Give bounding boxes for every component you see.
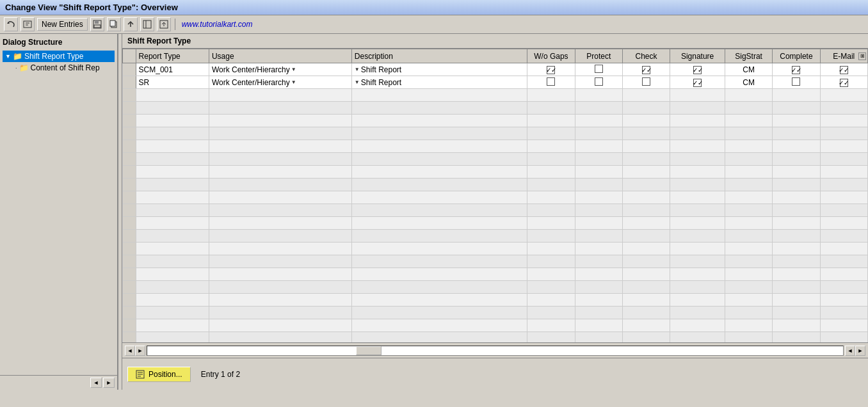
- protect-cell[interactable]: [575, 76, 622, 89]
- empty-cell: [670, 127, 725, 140]
- signature-checkbox[interactable]: ✓: [693, 66, 702, 74]
- empty-cell: [209, 153, 351, 166]
- toolbar-btn-save[interactable]: [90, 17, 104, 31]
- toolbar-btn-copy[interactable]: [107, 17, 121, 31]
- description-dropdown-arrow-icon[interactable]: ▼: [355, 67, 360, 72]
- email-checkbox[interactable]: ✓: [840, 79, 848, 87]
- folder-icon-content: 📁: [19, 63, 29, 72]
- empty-cell: [351, 127, 527, 140]
- wo-gaps-checkbox[interactable]: [547, 77, 555, 86]
- empty-cell: [820, 140, 867, 153]
- row-selector-cell[interactable]: [123, 76, 136, 89]
- usage-dropdown-arrow-icon[interactable]: ▼: [291, 79, 296, 85]
- check-checkbox[interactable]: ✓: [642, 66, 650, 74]
- table-row[interactable]: SRWork Center/Hierarchy▼▼Shift Report✓CM…: [123, 76, 868, 89]
- position-button[interactable]: Position...: [127, 367, 191, 382]
- empty-cell: [351, 319, 527, 332]
- empty-cell: [136, 255, 209, 268]
- empty-cell: [351, 243, 527, 255]
- wo-gaps-cell[interactable]: ✓: [527, 63, 575, 76]
- check-checkbox[interactable]: [642, 77, 650, 86]
- sidebar-nav-right[interactable]: ►: [103, 378, 115, 388]
- toolbar-btn-undo[interactable]: [4, 17, 18, 31]
- table-row[interactable]: SCM_001Work Center/Hierarchy▼▼Shift Repo…: [123, 63, 868, 76]
- col-header-complete: Complete: [773, 49, 820, 63]
- empty-cell: [209, 243, 351, 255]
- toolbar-btn-action2[interactable]: [140, 17, 154, 31]
- empty-cell: [136, 217, 209, 230]
- empty-cell: [351, 102, 527, 115]
- sidebar-item-shift-report-type[interactable]: ▼ 📁 Shift Report Type: [3, 51, 115, 62]
- table-row-empty: [123, 153, 868, 166]
- usage-text: Work Center/Hierarchy: [212, 65, 290, 74]
- empty-cell: [209, 140, 351, 153]
- empty-cell: [670, 243, 725, 255]
- wo-gaps-cell[interactable]: [527, 76, 575, 89]
- table-row-empty: [123, 243, 868, 255]
- complete-cell[interactable]: ✓: [773, 63, 820, 76]
- empty-cell: [622, 243, 670, 255]
- empty-cell: [123, 294, 136, 307]
- usage-dropdown-arrow-icon[interactable]: ▼: [291, 67, 296, 72]
- protect-checkbox[interactable]: [595, 77, 603, 86]
- signature-checkbox[interactable]: ✓: [693, 79, 702, 87]
- empty-cell: [527, 230, 575, 243]
- complete-checkbox[interactable]: [792, 77, 800, 86]
- table-scroll-wrapper[interactable]: Report Type Usage Description W/o Gaps P: [122, 49, 868, 342]
- empty-cell: [136, 140, 209, 153]
- empty-cell: [670, 281, 725, 294]
- scroll-right2-btn[interactable]: ◄: [845, 346, 855, 356]
- empty-cell: [725, 294, 772, 307]
- empty-cell: [670, 230, 725, 243]
- complete-cell[interactable]: [773, 76, 820, 89]
- wo-gaps-checkbox[interactable]: ✓: [547, 66, 555, 74]
- sidebar-item-label-shift-report-type: Shift Report Type: [24, 52, 84, 61]
- empty-cell: [670, 89, 725, 102]
- email-cell[interactable]: ✓: [820, 76, 867, 89]
- email-checkbox[interactable]: ✓: [840, 66, 848, 74]
- empty-cell: [123, 204, 136, 217]
- usage-cell[interactable]: Work Center/Hierarchy▼: [209, 63, 351, 76]
- description-dropdown-arrow-icon[interactable]: ▼: [355, 79, 360, 85]
- empty-cell: [820, 243, 867, 255]
- sidebar-item-content-shift-rep[interactable]: · 📁 Content of Shift Rep: [3, 62, 115, 74]
- row-selector-cell[interactable]: [123, 63, 136, 76]
- toolbar-btn-action1[interactable]: [124, 17, 138, 31]
- toolbar-btn-action3[interactable]: [157, 17, 171, 31]
- empty-cell: [209, 332, 351, 343]
- empty-cell: [622, 332, 670, 343]
- signature-cell[interactable]: ✓: [670, 76, 725, 89]
- empty-cell: [527, 179, 575, 191]
- scroll-right3-btn[interactable]: ►: [855, 346, 865, 356]
- empty-cell: [622, 281, 670, 294]
- email-cell[interactable]: ✓: [820, 63, 867, 76]
- toolbar-btn-checklist[interactable]: [20, 17, 35, 31]
- signature-cell[interactable]: ✓: [670, 63, 725, 76]
- complete-checkbox[interactable]: ✓: [792, 66, 800, 74]
- sidebar-nav-left[interactable]: ◄: [90, 378, 102, 388]
- new-entries-button[interactable]: New Entries: [37, 18, 88, 31]
- check-cell[interactable]: [622, 76, 670, 89]
- empty-cell: [622, 127, 670, 140]
- protect-cell[interactable]: [575, 63, 622, 76]
- empty-cell: [123, 217, 136, 230]
- scroll-right-btn[interactable]: ►: [135, 346, 145, 356]
- empty-cell: [670, 179, 725, 191]
- empty-cell: [575, 268, 622, 281]
- empty-cell: [575, 140, 622, 153]
- usage-cell[interactable]: Work Center/Hierarchy▼: [209, 76, 351, 89]
- svg-rect-7: [110, 20, 115, 26]
- content-area: Shift Report Type Report Type Usage D: [122, 34, 868, 390]
- check-cell[interactable]: ✓: [622, 63, 670, 76]
- column-settings-icon[interactable]: ⊞: [858, 52, 866, 60]
- toolbar: New Entries www.tutorialkart.com: [0, 15, 868, 34]
- scroll-left-btn[interactable]: ◄: [125, 346, 135, 356]
- empty-cell: [209, 217, 351, 230]
- empty-cell: [820, 191, 867, 204]
- empty-cell: [622, 307, 670, 319]
- col-header-wo-gaps: W/o Gaps: [527, 49, 575, 63]
- empty-cell: [622, 204, 670, 217]
- protect-checkbox[interactable]: [595, 65, 603, 73]
- empty-cell: [527, 102, 575, 115]
- empty-cell: [622, 140, 670, 153]
